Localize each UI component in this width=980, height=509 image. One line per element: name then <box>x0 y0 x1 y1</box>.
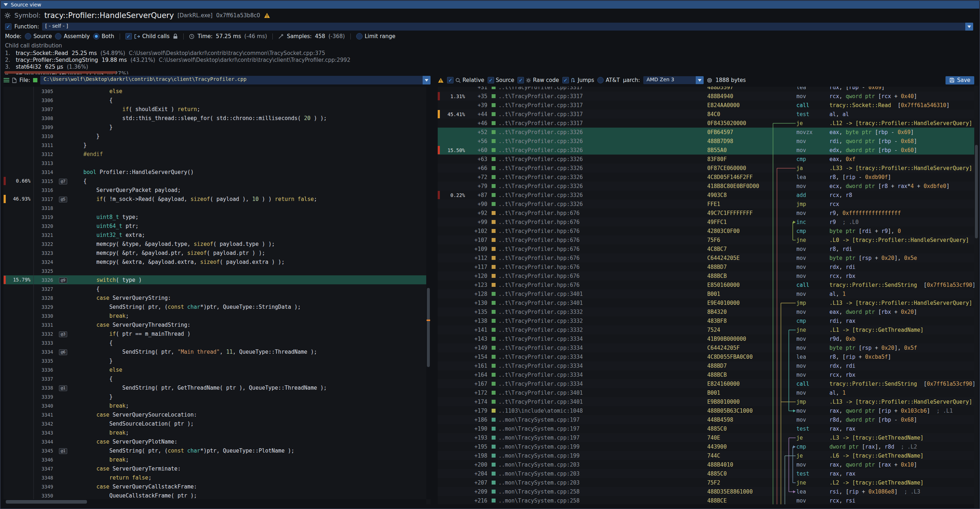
asm-row[interactable]: +31..t\TracyProfiler.cpp:3317488D5597lea… <box>438 87 975 92</box>
source-line[interactable]: 3334@6 SendString( ptr, "Main thread", 1… <box>3 347 431 356</box>
source-line[interactable]: 3318 <box>3 204 431 212</box>
asm-row[interactable]: +193..mon\TracySystem.cpp:197740Eje.L3 -… <box>438 433 975 442</box>
source-line[interactable]: 3336 else <box>3 365 431 374</box>
child-calls-checkbox[interactable]: ✓ Child calls <box>126 33 170 40</box>
asm-row[interactable]: +143..t\TracyProfiler.cpp:333441B90B0000… <box>438 334 975 343</box>
asm-row[interactable]: +161..t\TracyProfiler.cpp:3334488BD7movr… <box>438 361 975 370</box>
source-line[interactable]: 3340 break; <box>3 401 431 410</box>
source-line[interactable]: 3345@1 SendString( ptr, (const char*)ptr… <box>3 446 431 455</box>
source-line[interactable]: 3331 case ServerQueryThreadString: <box>3 320 431 329</box>
source-line[interactable]: 3349 case ServerQueryCallstackFrame: <box>3 482 431 491</box>
mode-option-source[interactable]: Source <box>25 33 52 40</box>
function-combo[interactable]: [ - self - ] <box>42 23 973 30</box>
source-line[interactable]: 3337 { <box>3 374 431 383</box>
asm-row[interactable]: +154..t\TracyProfiler.cpp:33344C8D055FBA… <box>438 352 975 361</box>
asm-group-chip[interactable]: @9 <box>59 277 67 283</box>
asm-group-chip[interactable]: @5 <box>59 197 67 202</box>
source-line[interactable]: 46.93%3317@5 if( !m_sock->Read( &payload… <box>3 194 431 204</box>
source-line[interactable]: 3341 case ServerQuerySourceLocation: <box>3 410 431 419</box>
source-line[interactable]: 3323 memcpy( &ptr, &payload.ptr, sizeof(… <box>3 248 431 258</box>
asm-row[interactable]: +63..t\TracyProfiler.cpp:332683F80Fcmpea… <box>438 154 975 164</box>
raw-code-checkbox[interactable]: ✓ Raw code <box>517 77 559 83</box>
asm-group-chip[interactable]: @1 <box>59 448 67 454</box>
asm-row[interactable]: +209..mon\TracySystem.cpp:258488D35E8861… <box>438 487 975 496</box>
asm-row[interactable]: +141..t\TracyProfiler.cpp:33327524jne.L1… <box>438 325 975 334</box>
source-line[interactable]: 3327 { <box>3 284 431 293</box>
source-line[interactable]: 3321 uint32_t extra; <box>3 231 431 239</box>
source-line[interactable]: 3308 std::this_thread::sleep_for( std::c… <box>3 114 431 122</box>
source-line[interactable]: 3333 { <box>3 338 431 347</box>
source-line[interactable]: 3322 memcpy( &type, &payload.type, sizeo… <box>3 239 431 248</box>
source-line[interactable]: 3309 } <box>3 122 431 132</box>
source-line[interactable]: 3342 SendSourceLocation( ptr ); <box>3 419 431 428</box>
asm-row[interactable]: +72..t\TracyProfiler.cpp:33264C8D05F146F… <box>438 173 975 181</box>
mode-option-assembly[interactable]: Assembly <box>55 33 89 40</box>
title-bar[interactable]: Source view <box>1 1 979 9</box>
source-line[interactable]: 3329 SendString( ptr, (const char*)ptr, … <box>3 302 431 311</box>
asm-row[interactable]: 45.41%+44..t\TracyProfiler.cpp:331784C0t… <box>438 110 975 119</box>
asm-row[interactable]: +107..t\TracyProfiler.hpp:67675F6jne.L0 … <box>438 235 975 245</box>
source-line[interactable]: 3350 QueueCallstackFrame( ptr ); <box>3 491 431 500</box>
chevron-down-icon[interactable] <box>696 76 704 84</box>
asm-row[interactable]: 15.50%+60..t\TracyProfiler.cpp:33268B55A… <box>438 146 975 154</box>
asm-row[interactable]: +204..mon\TracySystem.cpp:2034885C0testr… <box>438 469 975 478</box>
source-line[interactable]: 3343 break; <box>3 428 431 437</box>
source-line[interactable]: 3339 } <box>3 392 431 401</box>
source-line[interactable]: 3314bool Profiler::HandleServerQuery() <box>3 167 431 177</box>
source-line[interactable]: 15.79%3326@9 switch( type ) <box>3 275 431 284</box>
asm-group-chip[interactable]: @1 <box>59 385 67 391</box>
source-line[interactable]: 3307 if( shouldExit ) return; <box>3 105 431 114</box>
child-calls-hscrollbar-thumb[interactable] <box>4 71 116 74</box>
asm-row[interactable]: +123..t\TracyProfiler.hpp:676E850160000c… <box>438 280 975 289</box>
asm-row[interactable]: +52..t\TracyProfiler.cpp:33260FB64597mov… <box>438 127 975 137</box>
source-line[interactable]: 3320 uint64_t ptr; <box>3 221 431 231</box>
asm-group-chip[interactable]: @7 <box>59 179 67 185</box>
source-line[interactable]: 3328 case ServerQueryString: <box>3 293 431 302</box>
save-button[interactable]: Save <box>945 76 974 84</box>
asm-row[interactable]: +167..t\TracyProfiler.cpp:3334E824160000… <box>438 379 975 388</box>
file-combo[interactable]: C:\Users\wolf\Desktop\darkrl\contrib\tra… <box>40 76 431 84</box>
source-line[interactable]: 3311} <box>3 140 431 150</box>
asm-row[interactable]: +120..t\TracyProfiler.hpp:676488BCBmovrc… <box>438 271 975 280</box>
source-line[interactable]: 3346 break; <box>3 455 431 464</box>
child-call-entry[interactable]: 1.tracy::Socket::Read25.25 ms(54.89%)C:\… <box>5 50 975 57</box>
child-call-entry[interactable]: 2.tracy::Profiler::SendLongString19.88 m… <box>5 57 975 64</box>
asm-row[interactable]: +190..mon\TracySystem.cpp:1974885C0testr… <box>438 424 975 433</box>
asm-row[interactable]: +200..mon\TracySystem.cpp:203488B4010mov… <box>438 460 975 469</box>
asm-row[interactable]: +46..t\TracyProfiler.cpp:33170F843502000… <box>438 119 975 127</box>
source-vscrollbar[interactable] <box>426 87 431 499</box>
source-line[interactable]: 3330 break; <box>3 311 431 320</box>
asm-row[interactable]: +130..t\TracyProfiler.cpp:3401E9E4010000… <box>438 298 975 307</box>
asm-row[interactable]: +102..t\TracyProfiler.hpp:67642803C0F00c… <box>438 226 975 235</box>
window-vscrollbar[interactable] <box>974 86 978 508</box>
asm-row[interactable]: +186..mon\TracySystem.cpp:197448B4598mov… <box>438 415 975 424</box>
source-line[interactable]: 3324 memcpy( &extra, &payload.extra, siz… <box>3 258 431 266</box>
asm-row[interactable]: +109..t\TracyProfiler.hpp:6764C8BC7movr8… <box>438 245 975 253</box>
child-call-entry[interactable]: 4.KeSynchronizeExecution125 µs(0.27%) <box>5 70 975 75</box>
source-line[interactable]: 0.66%3315@7{ <box>3 177 431 186</box>
asm-row[interactable]: +138..t\TracyProfiler.cpp:3332483BF8cmpr… <box>438 317 975 325</box>
asm-row[interactable]: +39..t\TracyProfiler.cpp:3317E824AA0000c… <box>438 101 975 110</box>
function-checkbox[interactable]: ✓ <box>5 23 11 30</box>
asm-row[interactable]: +174..t\TracyProfiler.cpp:3401E9B8010000… <box>438 397 975 406</box>
source-line[interactable]: 3312#endif <box>3 150 431 159</box>
source-line[interactable]: 3344 case ServerQueryPlotName: <box>3 437 431 446</box>
child-call-entry[interactable]: 3.stat64i32625 µs(1.36%) <box>5 64 975 70</box>
asm-row[interactable]: +112..t\TracyProfiler.hpp:676C64424205Em… <box>438 253 975 262</box>
asm-row[interactable]: +179..1103\include\atomic:1048488B05B63C… <box>438 406 975 415</box>
jumps-checkbox[interactable]: ✓ Jumps <box>562 77 594 83</box>
collapse-icon[interactable] <box>3 3 8 6</box>
asm-row[interactable]: +135..t\TracyProfiler.cpp:33328B4320move… <box>438 307 975 317</box>
source-line[interactable]: 3305 else <box>3 87 431 95</box>
source-checkbox[interactable]: ✓ Source <box>488 77 515 83</box>
asm-group-chip[interactable]: @6 <box>59 349 67 355</box>
asm-row[interactable]: +99..t\TracyProfiler.hpp:67649FFC1incr9 … <box>438 218 975 226</box>
source-line[interactable]: 3316 ServerQueryPacket payload; <box>3 186 431 194</box>
asm-row[interactable]: +216..mon\TracySystem.cpp:258488BCEmovrc… <box>438 496 975 504</box>
relative-checkbox[interactable]: ✓ Relative <box>447 77 484 83</box>
limit-range-checkbox[interactable]: Limit range <box>356 33 396 40</box>
source-line[interactable]: 3325 <box>3 266 431 275</box>
source-line[interactable]: 3319 uint8_t type; <box>3 212 431 221</box>
asm-row[interactable]: +66..t\TracyProfiler.cpp:33260F87CE06000… <box>438 164 975 173</box>
lock-icon[interactable] <box>173 33 178 39</box>
